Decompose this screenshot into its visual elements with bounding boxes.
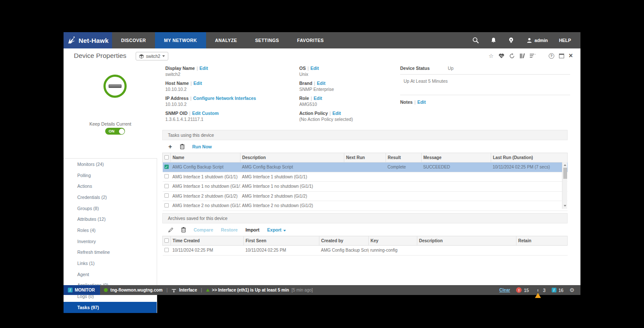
favorite-star-icon[interactable]: ☆ <box>489 53 494 59</box>
info-count[interactable]: /16 <box>552 288 564 293</box>
tab-discover[interactable]: DISCOVER <box>112 32 155 48</box>
col-key[interactable]: Key <box>369 236 417 246</box>
configure-network-interfaces-link[interactable]: Configure Network Interfaces <box>193 96 256 101</box>
device-health-icon[interactable] <box>498 53 504 59</box>
row-checkbox[interactable] <box>164 203 169 208</box>
monitor-badge[interactable]: / MONITOR <box>64 285 100 295</box>
scroll-thumb[interactable] <box>563 168 567 179</box>
edit-action-policy-link[interactable]: Edit <box>332 111 341 116</box>
row-checkbox[interactable]: ✓ <box>164 165 169 169</box>
settings-gear-icon[interactable]: ⚙ <box>569 287 574 293</box>
import-button[interactable]: Import <box>246 227 260 232</box>
user-menu[interactable]: admin <box>526 37 548 43</box>
field-snmp-oid: SNMP OID|Edit Custom 1.3.6.1.4.1.21117.1 <box>165 111 290 122</box>
device-status-value: Up <box>448 66 453 71</box>
edit-role-link[interactable]: Edit <box>314 96 322 101</box>
maximize-icon[interactable] <box>559 54 564 58</box>
notifications-bell-icon[interactable] <box>490 37 497 44</box>
sidebar-item-inventory[interactable]: Inventory <box>64 236 157 247</box>
tab-my-network[interactable]: MY NETWORK <box>155 32 206 48</box>
library-icon[interactable] <box>519 53 525 59</box>
status-source[interactable]: tng-flowmon.wugtng.com <box>110 288 163 292</box>
sidebar-item-actions[interactable]: Actions <box>64 181 157 192</box>
close-icon[interactable]: × <box>569 52 573 60</box>
help-link[interactable]: HELP <box>559 38 571 43</box>
edit-custom-oid-link[interactable]: Edit Custom <box>192 111 219 116</box>
sidebar-item-polling[interactable]: Polling <box>64 170 157 181</box>
field-display-name: Display Name|Edit switch2 <box>165 66 290 77</box>
delete-archive-icon[interactable] <box>181 227 186 232</box>
hawk-logo-icon <box>67 36 76 45</box>
brand-logo[interactable]: Net-Hawk <box>64 32 112 48</box>
col-name[interactable]: Name <box>171 153 240 162</box>
field-brand: Brand|Edit SNMP Enterprise <box>299 81 394 92</box>
interface-icon <box>171 288 176 292</box>
sidebar-item-groups[interactable]: Groups (8) <box>64 203 157 214</box>
edit-notes-link[interactable]: Edit <box>417 99 426 105</box>
search-icon[interactable] <box>472 37 479 44</box>
tab-settings[interactable]: SETTINGS <box>246 32 288 48</box>
sidebar-item-agent[interactable]: Agent <box>64 269 157 280</box>
error-count[interactable]: !15 <box>516 287 529 293</box>
task-row[interactable]: AMG Interface 2 no shutdown (Gi1/2)AMG I… <box>163 201 568 211</box>
edit-brand-link[interactable]: Edit <box>317 81 325 86</box>
sidebar-item-credentials[interactable]: Credentials (2) <box>64 192 157 203</box>
task-row[interactable]: ✓ AMG Config Backup ScriptAMG Config Bac… <box>163 162 568 172</box>
col-message[interactable]: Message <box>422 153 491 162</box>
sort-menu-icon[interactable] <box>530 53 536 58</box>
col-result[interactable]: Result <box>386 153 422 162</box>
row-checkbox[interactable] <box>164 248 169 252</box>
edit-archive-icon[interactable] <box>168 227 173 232</box>
task-row[interactable]: AMG Interface 2 shutdown (Gi1/2)AMG Inte… <box>163 191 568 201</box>
tab-favorites[interactable]: FAVORITES <box>288 32 333 48</box>
sidebar-item-links[interactable]: Links (1) <box>64 258 157 269</box>
field-label: SNMP OID <box>165 111 188 116</box>
task-row[interactable]: AMG Interface 1 shutdown (Gi1/1)AMG Inte… <box>163 172 568 182</box>
sidebar-item-monitors[interactable]: Monitors (24) <box>64 159 157 170</box>
sidebar-item-roles[interactable]: Roles (4) <box>64 225 157 236</box>
row-checkbox[interactable] <box>164 193 169 198</box>
col-time-created[interactable]: Time Created <box>171 236 244 246</box>
col-first-seen[interactable]: First Seen <box>244 236 319 246</box>
col-archive-description[interactable]: Description <box>417 236 516 246</box>
select-all-archives-checkbox[interactable] <box>163 236 171 246</box>
col-last-run[interactable]: Last Run (Duration) <box>491 153 568 162</box>
tips-bulb-icon[interactable] <box>508 37 515 44</box>
refresh-icon[interactable] <box>509 53 515 59</box>
device-selector[interactable]: switch2 <box>136 52 168 60</box>
sidebar-item-tasks[interactable]: Tasks (97) <box>64 302 157 313</box>
status-category: Interface <box>179 288 197 292</box>
restore-button[interactable]: Restore <box>221 227 238 232</box>
help-circle-icon[interactable]: ? <box>549 53 554 59</box>
keep-details-toggle[interactable]: ON <box>105 128 125 135</box>
device-details: Display Name|Edit switch2 Host Name|Edit… <box>162 63 571 130</box>
scroll-up-icon[interactable] <box>564 164 566 166</box>
tab-analyze[interactable]: ANALYZE <box>206 32 246 48</box>
compare-button[interactable]: Compare <box>194 227 213 232</box>
sidebar-item-refresh-timeline[interactable]: Refresh timeline <box>64 247 157 258</box>
warning-count[interactable]: !3 <box>535 288 546 293</box>
device-cube-icon <box>139 54 144 59</box>
sidebar-item-attributes[interactable]: Attributes (12) <box>64 214 157 225</box>
select-all-tasks-checkbox[interactable] <box>163 153 171 162</box>
delete-task-icon[interactable] <box>180 144 185 149</box>
add-task-button[interactable]: + <box>168 143 172 150</box>
row-checkbox[interactable] <box>164 184 169 188</box>
archive-row[interactable]: 10/11/2024 02:25 PM10/11/2024 02:25 PMAM… <box>163 246 568 256</box>
task-row[interactable]: AMG Interface 1 no shutdown (Gi1/1)AMG I… <box>163 182 568 192</box>
edit-display-name-link[interactable]: Edit <box>200 66 208 71</box>
field-label: Brand <box>299 81 312 86</box>
tasks-scrollbar[interactable] <box>562 162 567 209</box>
scroll-down-icon[interactable] <box>564 205 566 207</box>
run-now-button[interactable]: Run Now <box>192 144 212 149</box>
edit-os-link[interactable]: Edit <box>310 66 319 71</box>
field-label: IP Address <box>165 96 188 101</box>
col-retain[interactable]: Retain <box>516 236 568 246</box>
col-description[interactable]: Description <box>240 153 344 162</box>
row-checkbox[interactable] <box>164 174 169 178</box>
col-next-run[interactable]: Next Run <box>344 153 386 162</box>
clear-link[interactable]: Clear <box>499 288 510 292</box>
edit-host-name-link[interactable]: Edit <box>194 81 202 86</box>
col-created-by[interactable]: Created by <box>319 236 369 246</box>
export-button[interactable]: Export <box>267 227 286 232</box>
